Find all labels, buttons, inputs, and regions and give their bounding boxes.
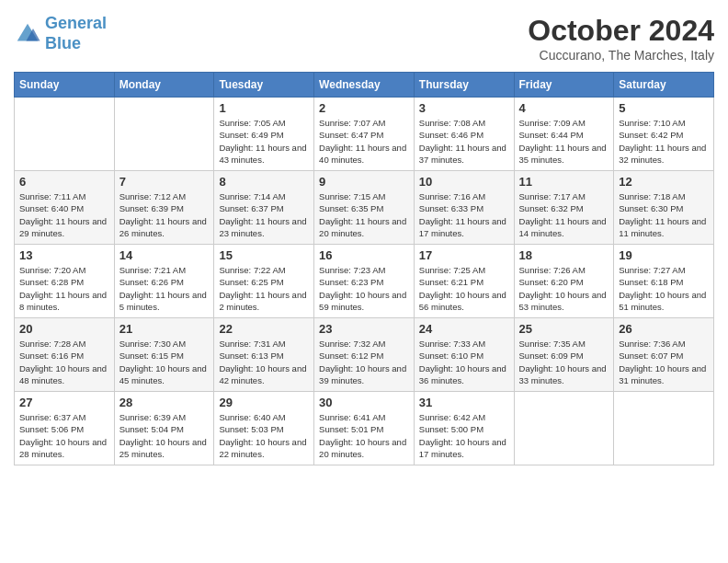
calendar-cell: 3Sunrise: 7:08 AM Sunset: 6:46 PM Daylig… — [414, 98, 514, 171]
day-number: 18 — [519, 248, 609, 262]
day-number: 19 — [619, 248, 709, 262]
page-header: General Blue October 2024 Cuccurano, The… — [14, 14, 714, 63]
column-header-wednesday: Wednesday — [314, 73, 415, 98]
day-info: Sunrise: 7:33 AM Sunset: 6:10 PM Dayligh… — [419, 338, 509, 386]
calendar-cell: 11Sunrise: 7:17 AM Sunset: 6:32 PM Dayli… — [514, 171, 614, 245]
day-number: 25 — [519, 322, 609, 336]
day-info: Sunrise: 7:36 AM Sunset: 6:07 PM Dayligh… — [619, 338, 709, 386]
day-info: Sunrise: 7:18 AM Sunset: 6:30 PM Dayligh… — [619, 190, 709, 239]
calendar-week-2: 6Sunrise: 7:11 AM Sunset: 6:40 PM Daylig… — [15, 171, 714, 245]
calendar-cell — [15, 98, 115, 171]
calendar-week-4: 20Sunrise: 7:28 AM Sunset: 6:16 PM Dayli… — [15, 318, 714, 392]
day-number: 9 — [319, 175, 409, 189]
calendar-cell: 16Sunrise: 7:23 AM Sunset: 6:23 PM Dayli… — [314, 245, 415, 318]
day-info: Sunrise: 6:40 AM Sunset: 5:03 PM Dayligh… — [219, 411, 309, 460]
calendar-cell: 26Sunrise: 7:36 AM Sunset: 6:07 PM Dayli… — [614, 318, 714, 392]
column-header-friday: Friday — [514, 73, 614, 98]
day-info: Sunrise: 7:17 AM Sunset: 6:32 PM Dayligh… — [519, 190, 609, 239]
logo-icon — [14, 20, 41, 48]
calendar-table: SundayMondayTuesdayWednesdayThursdayFrid… — [14, 72, 714, 465]
day-info: Sunrise: 7:09 AM Sunset: 6:44 PM Dayligh… — [519, 117, 609, 166]
calendar-cell: 6Sunrise: 7:11 AM Sunset: 6:40 PM Daylig… — [15, 171, 115, 245]
day-number: 4 — [519, 101, 609, 115]
day-info: Sunrise: 7:20 AM Sunset: 6:28 PM Dayligh… — [19, 264, 109, 313]
calendar-cell — [114, 98, 214, 171]
calendar-cell: 22Sunrise: 7:31 AM Sunset: 6:13 PM Dayli… — [214, 318, 314, 392]
header-row: SundayMondayTuesdayWednesdayThursdayFrid… — [15, 73, 714, 98]
calendar-cell: 29Sunrise: 6:40 AM Sunset: 5:03 PM Dayli… — [214, 392, 314, 465]
calendar-week-3: 13Sunrise: 7:20 AM Sunset: 6:28 PM Dayli… — [15, 245, 714, 318]
day-number: 15 — [219, 248, 309, 262]
column-header-thursday: Thursday — [414, 73, 514, 98]
calendar-cell: 25Sunrise: 7:35 AM Sunset: 6:09 PM Dayli… — [514, 318, 614, 392]
day-info: Sunrise: 7:11 AM Sunset: 6:40 PM Dayligh… — [19, 190, 109, 239]
logo-text: General Blue — [45, 14, 107, 53]
day-number: 21 — [119, 322, 210, 336]
day-number: 29 — [219, 396, 309, 409]
day-info: Sunrise: 6:39 AM Sunset: 5:04 PM Dayligh… — [119, 411, 210, 460]
month-title: October 2024 — [528, 14, 714, 48]
day-info: Sunrise: 6:37 AM Sunset: 5:06 PM Dayligh… — [19, 411, 109, 460]
calendar-cell: 20Sunrise: 7:28 AM Sunset: 6:16 PM Dayli… — [15, 318, 115, 392]
day-info: Sunrise: 6:41 AM Sunset: 5:01 PM Dayligh… — [319, 411, 409, 460]
day-number: 3 — [419, 101, 509, 115]
day-info: Sunrise: 7:10 AM Sunset: 6:42 PM Dayligh… — [619, 117, 709, 166]
day-info: Sunrise: 7:07 AM Sunset: 6:47 PM Dayligh… — [319, 117, 409, 166]
day-info: Sunrise: 7:35 AM Sunset: 6:09 PM Dayligh… — [519, 338, 609, 386]
day-info: Sunrise: 7:21 AM Sunset: 6:26 PM Dayligh… — [119, 264, 210, 313]
calendar-cell: 30Sunrise: 6:41 AM Sunset: 5:01 PM Dayli… — [314, 392, 415, 465]
calendar-cell: 23Sunrise: 7:32 AM Sunset: 6:12 PM Dayli… — [314, 318, 415, 392]
day-number: 20 — [19, 322, 109, 336]
title-block: October 2024 Cuccurano, The Marches, Ita… — [528, 14, 714, 63]
day-info: Sunrise: 7:23 AM Sunset: 6:23 PM Dayligh… — [319, 264, 409, 313]
calendar-cell: 24Sunrise: 7:33 AM Sunset: 6:10 PM Dayli… — [414, 318, 514, 392]
day-info: Sunrise: 7:30 AM Sunset: 6:15 PM Dayligh… — [119, 338, 210, 386]
calendar-cell: 5Sunrise: 7:10 AM Sunset: 6:42 PM Daylig… — [614, 98, 714, 171]
calendar-cell: 2Sunrise: 7:07 AM Sunset: 6:47 PM Daylig… — [314, 98, 415, 171]
calendar-cell: 14Sunrise: 7:21 AM Sunset: 6:26 PM Dayli… — [114, 245, 214, 318]
column-header-tuesday: Tuesday — [214, 73, 314, 98]
day-number: 23 — [319, 322, 409, 336]
column-header-saturday: Saturday — [614, 73, 714, 98]
day-info: Sunrise: 7:31 AM Sunset: 6:13 PM Dayligh… — [219, 338, 309, 386]
day-number: 27 — [19, 396, 109, 409]
calendar-cell: 10Sunrise: 7:16 AM Sunset: 6:33 PM Dayli… — [414, 171, 514, 245]
day-number: 22 — [219, 322, 309, 336]
day-info: Sunrise: 7:08 AM Sunset: 6:46 PM Dayligh… — [419, 117, 509, 166]
day-info: Sunrise: 7:05 AM Sunset: 6:49 PM Dayligh… — [219, 117, 309, 166]
calendar-cell: 31Sunrise: 6:42 AM Sunset: 5:00 PM Dayli… — [414, 392, 514, 465]
day-number: 30 — [319, 396, 409, 409]
day-info: Sunrise: 7:14 AM Sunset: 6:37 PM Dayligh… — [219, 190, 309, 239]
day-number: 31 — [419, 396, 509, 409]
day-number: 24 — [419, 322, 509, 336]
calendar-cell: 4Sunrise: 7:09 AM Sunset: 6:44 PM Daylig… — [514, 98, 614, 171]
day-info: Sunrise: 7:32 AM Sunset: 6:12 PM Dayligh… — [319, 338, 409, 386]
day-info: Sunrise: 7:12 AM Sunset: 6:39 PM Dayligh… — [119, 190, 210, 239]
day-info: Sunrise: 6:42 AM Sunset: 5:00 PM Dayligh… — [419, 411, 509, 460]
logo: General Blue — [14, 14, 107, 53]
day-number: 2 — [319, 101, 409, 115]
day-info: Sunrise: 7:22 AM Sunset: 6:25 PM Dayligh… — [219, 264, 309, 313]
calendar-week-1: 1Sunrise: 7:05 AM Sunset: 6:49 PM Daylig… — [15, 98, 714, 171]
day-number: 26 — [619, 322, 709, 336]
calendar-cell: 15Sunrise: 7:22 AM Sunset: 6:25 PM Dayli… — [214, 245, 314, 318]
calendar-cell: 19Sunrise: 7:27 AM Sunset: 6:18 PM Dayli… — [614, 245, 714, 318]
day-number: 16 — [319, 248, 409, 262]
day-number: 5 — [619, 101, 709, 115]
day-number: 1 — [219, 101, 309, 115]
column-header-monday: Monday — [114, 73, 214, 98]
day-info: Sunrise: 7:16 AM Sunset: 6:33 PM Dayligh… — [419, 190, 509, 239]
day-number: 12 — [619, 175, 709, 189]
day-number: 28 — [119, 396, 210, 409]
calendar-body: 1Sunrise: 7:05 AM Sunset: 6:49 PM Daylig… — [15, 98, 714, 465]
calendar-cell: 9Sunrise: 7:15 AM Sunset: 6:35 PM Daylig… — [314, 171, 415, 245]
calendar-cell: 1Sunrise: 7:05 AM Sunset: 6:49 PM Daylig… — [214, 98, 314, 171]
calendar-cell: 27Sunrise: 6:37 AM Sunset: 5:06 PM Dayli… — [15, 392, 115, 465]
day-number: 11 — [519, 175, 609, 189]
day-info: Sunrise: 7:28 AM Sunset: 6:16 PM Dayligh… — [19, 338, 109, 386]
column-header-sunday: Sunday — [15, 73, 115, 98]
calendar-cell: 13Sunrise: 7:20 AM Sunset: 6:28 PM Dayli… — [15, 245, 115, 318]
calendar-cell: 7Sunrise: 7:12 AM Sunset: 6:39 PM Daylig… — [114, 171, 214, 245]
calendar-week-5: 27Sunrise: 6:37 AM Sunset: 5:06 PM Dayli… — [15, 392, 714, 465]
day-number: 10 — [419, 175, 509, 189]
